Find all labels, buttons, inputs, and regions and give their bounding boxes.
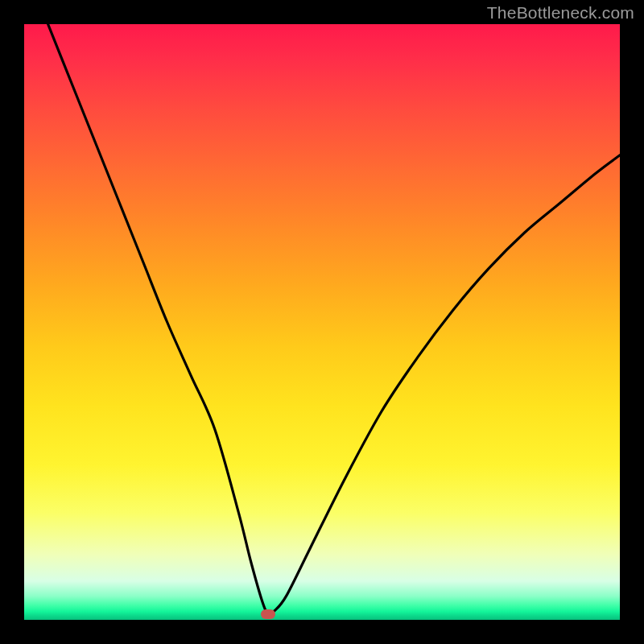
plot-area — [24, 24, 620, 620]
chart-stage: TheBottleneck.com — [0, 0, 644, 644]
bottleneck-curve — [24, 24, 620, 620]
curve-path — [48, 24, 620, 614]
minimum-marker — [261, 609, 275, 619]
watermark-text: TheBottleneck.com — [487, 3, 634, 23]
